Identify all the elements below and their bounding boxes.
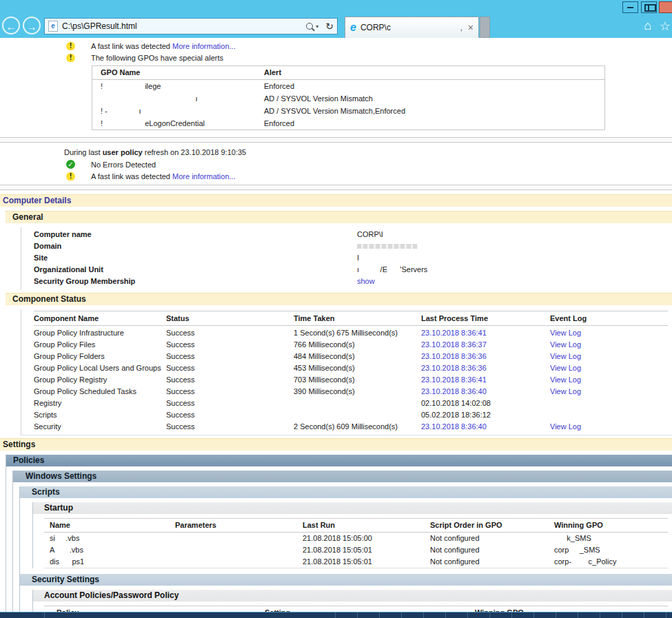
time-taken-cell: 2 Second(s) 609 Millisecond(s) <box>294 421 421 433</box>
startup-script-row: si .vbs21.08.2018 15:05:00Not configured… <box>44 533 668 544</box>
settings-header[interactable]: Settings <box>0 438 672 451</box>
general-header[interactable]: General <box>6 211 672 223</box>
refresh-icon[interactable]: ↻ <box>325 21 334 32</box>
script-order-cell: Not configured <box>430 544 554 556</box>
script-name-cell: A .vbs <box>50 544 175 556</box>
general-value: CORP\I <box>357 229 668 240</box>
view-log-link[interactable]: View Log <box>550 362 668 374</box>
back-button[interactable]: ← <box>2 17 20 34</box>
component-row: Group Policy Local Users and GroupsSucce… <box>34 362 668 374</box>
general-row: SiteI <box>34 252 668 264</box>
gpo-alerts-table: GPO Name Alert ! ilegeEnforced ıAD / SYS… <box>92 65 605 130</box>
minimize-icon <box>627 7 633 8</box>
home-icon[interactable]: ⌂ <box>644 19 651 33</box>
status-cell: Success <box>166 374 294 386</box>
no-errors-text: No Errors Detected <box>91 161 156 169</box>
windows-settings-header[interactable]: Windows Settings <box>13 471 672 482</box>
tab-title: CORP\c <box>360 23 391 32</box>
search-icon[interactable] <box>306 23 313 30</box>
last-process-time-cell[interactable]: 23.10.2018 8:36:41 <box>421 327 550 339</box>
component-row: ScriptsSuccess05.02.2018 18:36:12 <box>34 409 668 421</box>
table-row: ! ilegeEnforced <box>92 80 604 92</box>
scripts-section: Scripts Startup Name Parameters Last Run… <box>19 486 672 612</box>
status-cell: Success <box>166 386 294 398</box>
view-log-link[interactable]: View Log <box>550 327 668 339</box>
status-cell: Success <box>166 409 294 421</box>
startup-script-row: A .vbs21.08.2018 15:05:01Not configuredc… <box>44 544 668 556</box>
component-row: RegistrySuccess02.10.2018 14:02:08 <box>34 398 668 409</box>
startup-script-row: dis ps121.08.2018 15:05:01Not configured… <box>44 556 668 568</box>
chevron-down-icon[interactable]: ▾ <box>316 23 318 30</box>
windows-taskbar[interactable] <box>0 612 672 618</box>
gpo-table-header: GPO Name Alert <box>92 66 604 80</box>
computer-details-header[interactable]: Computer Details <box>0 194 672 207</box>
last-process-time-cell[interactable]: 23.10.2018 8:36:41 <box>421 374 550 386</box>
component-status-table: Component Name Status Time Taken Last Pr… <box>21 309 672 435</box>
account-policies-section: Account Policies/Password Policy Policy … <box>32 590 672 612</box>
browser-tab[interactable]: e CORP\c , × <box>345 17 479 38</box>
component-name-cell: Group Policy Folders <box>34 351 166 362</box>
general-row: Security Group Membershipshow <box>34 276 668 287</box>
alert-cell: AD / SYSVOL Version Mismatch <box>264 92 604 105</box>
time-taken-cell: 484 Millisecond(s) <box>294 351 421 362</box>
status-cell: Success <box>166 362 294 374</box>
gpo-name-header: GPO Name <box>101 66 264 79</box>
view-log-link[interactable]: View Log <box>550 351 668 362</box>
startup-scripts-table: Name Parameters Last Run Script Order in… <box>44 518 668 568</box>
fast-link-alert: ! A fast link was detected More informat… <box>0 40 672 52</box>
parameters-cell <box>175 544 303 556</box>
minimize-button[interactable] <box>622 1 638 13</box>
time-taken-cell: 1 Second(s) 675 Millisecond(s) <box>294 327 421 339</box>
new-tab-stub[interactable] <box>480 17 490 38</box>
close-button[interactable] <box>659 1 672 13</box>
view-log-link[interactable]: View Log <box>550 421 668 433</box>
forward-button[interactable]: → <box>23 17 41 34</box>
scripts-header[interactable]: Scripts <box>20 486 672 498</box>
status-cell: Success <box>166 327 294 339</box>
last-process-time-cell[interactable]: 23.10.2018 8:36:37 <box>421 339 550 351</box>
fast-link-text: A fast link was detected <box>91 42 170 50</box>
fast-link-alert-user: ! A fast link was detected More informat… <box>0 170 672 182</box>
startup-header[interactable]: Startup <box>33 502 672 514</box>
alert-cell: Enforced <box>264 80 604 92</box>
general-label: Domain <box>34 240 357 252</box>
last-process-time-cell[interactable]: 23.10.2018 8:36:36 <box>421 351 550 362</box>
restore-button[interactable] <box>641 1 657 13</box>
time-taken-cell <box>294 409 421 421</box>
status-cell: Success <box>166 421 294 433</box>
last-process-time-cell[interactable]: 23.10.2018 8:36:40 <box>421 386 550 398</box>
parameters-cell <box>175 533 303 544</box>
view-log-link[interactable]: View Log <box>550 386 668 398</box>
no-errors-row: ✓ No Errors Detected <box>0 158 672 170</box>
general-value: ı /E 'Servers <box>357 264 668 276</box>
security-settings-header[interactable]: Security Settings <box>20 574 672 586</box>
table-row: ! eLogonCredentialEnforced <box>92 117 604 130</box>
winning-gpo-cell: corp _SMS <box>554 544 668 556</box>
gpo-name-cell: ! ilege <box>101 80 264 92</box>
view-log-link[interactable]: View Log <box>550 339 668 351</box>
component-row: Group Policy InfrastructureSuccess1 Seco… <box>34 327 668 339</box>
more-information-link[interactable]: More information... <box>172 172 236 181</box>
more-information-link[interactable]: More information... <box>172 42 236 50</box>
favorites-icon[interactable]: ☆ <box>660 19 671 34</box>
last-process-time-cell: 05.02.2018 18:36:12 <box>421 409 550 421</box>
tab-close-icon[interactable]: × <box>468 23 474 32</box>
section-divider <box>0 185 672 190</box>
general-row: Organizational Unitı /E 'Servers <box>34 264 668 276</box>
script-order-cell: Not configured <box>430 556 554 568</box>
component-row: Group Policy RegistrySuccess703 Millisec… <box>34 374 668 386</box>
browser-toolbar: ← → e C:\ps\GPResult.html ▾ ↻ e CORP\c ,… <box>0 14 672 38</box>
last-process-time-cell[interactable]: 23.10.2018 8:36:36 <box>421 362 550 374</box>
last-process-time-cell[interactable]: 23.10.2018 8:36:40 <box>421 421 550 433</box>
time-taken-cell: 766 Millisecond(s) <box>294 339 421 351</box>
show-link[interactable]: show <box>357 276 668 287</box>
address-url[interactable]: C:\ps\GPResult.html <box>62 21 306 31</box>
section-divider <box>0 137 672 143</box>
last-run-cell: 21.08.2018 15:05:00 <box>303 533 430 544</box>
address-bar[interactable]: e C:\ps\GPResult.html ▾ ↻ <box>44 18 338 34</box>
view-log-link[interactable]: View Log <box>550 374 668 386</box>
last-run-cell: 21.08.2018 15:05:01 <box>303 556 430 568</box>
account-policies-header[interactable]: Account Policies/Password Policy <box>33 590 672 601</box>
policies-header[interactable]: Policies <box>6 455 672 466</box>
component-status-header[interactable]: Component Status <box>6 293 672 305</box>
